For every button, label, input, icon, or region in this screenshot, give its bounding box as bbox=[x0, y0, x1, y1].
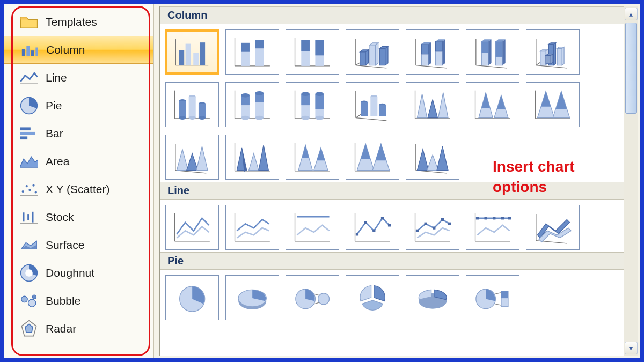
chart-thumb-3d-column[interactable] bbox=[526, 29, 580, 75]
sidebar-item-label: Surface bbox=[46, 239, 84, 252]
chart-thumb-stacked-cone[interactable] bbox=[466, 82, 519, 127]
svg-rect-34 bbox=[193, 53, 199, 65]
sidebar-item-stock[interactable]: Stock bbox=[4, 203, 153, 231]
svg-point-62 bbox=[179, 116, 186, 120]
svg-rect-86 bbox=[315, 94, 324, 109]
chart-thumb-line[interactable] bbox=[165, 205, 219, 250]
svg-rect-95 bbox=[370, 97, 377, 117]
chart-thumb-clustered-column[interactable] bbox=[165, 29, 219, 75]
vertical-scrollbar[interactable]: ▴ ▾ bbox=[624, 6, 638, 356]
chart-thumb-clustered-cylinder[interactable] bbox=[165, 82, 219, 127]
scatter-chart-icon bbox=[20, 182, 38, 197]
svg-line-49 bbox=[356, 65, 386, 68]
svg-rect-0 bbox=[22, 49, 25, 56]
chart-thumb-3d-pyramid[interactable] bbox=[406, 135, 459, 180]
chart-thumb-100-stacked-line[interactable] bbox=[286, 205, 339, 250]
sidebar-item-area[interactable]: Area bbox=[4, 147, 153, 175]
svg-rect-169 bbox=[501, 217, 504, 219]
sidebar-item-templates[interactable]: Templates bbox=[4, 8, 153, 36]
sidebar-item-surface[interactable]: Surface bbox=[4, 231, 153, 259]
sidebar-item-label: X Y (Scatter) bbox=[46, 183, 109, 196]
bar-chart-icon bbox=[20, 126, 38, 141]
svg-rect-161 bbox=[433, 227, 435, 230]
svg-marker-141 bbox=[427, 155, 438, 171]
chart-thumb-100-stacked-cylinder[interactable] bbox=[286, 82, 339, 127]
chart-thumb-3d-100-stacked-column[interactable] bbox=[466, 29, 519, 75]
svg-rect-45 bbox=[301, 40, 310, 51]
bubble-chart-icon bbox=[20, 293, 38, 308]
sidebar-item-pie[interactable]: Pie bbox=[4, 92, 153, 120]
svg-point-25 bbox=[21, 297, 27, 302]
svg-rect-64 bbox=[188, 97, 195, 118]
svg-rect-170 bbox=[508, 217, 511, 219]
chart-thumb-100-stacked-pyramid[interactable] bbox=[346, 135, 399, 180]
svg-line-178 bbox=[314, 294, 319, 295]
sidebar-item-line[interactable]: Line bbox=[4, 64, 153, 92]
sidebar-item-label: Radar bbox=[46, 322, 76, 335]
svg-marker-114 bbox=[555, 91, 567, 109]
chart-thumb-100-stacked-cone[interactable] bbox=[526, 82, 580, 127]
sidebar-item-label: Bubble bbox=[46, 294, 80, 307]
svg-rect-1 bbox=[26, 46, 30, 56]
svg-point-87 bbox=[315, 92, 324, 96]
svg-rect-2 bbox=[31, 50, 34, 56]
svg-marker-129 bbox=[302, 145, 309, 158]
svg-marker-106 bbox=[481, 93, 490, 108]
chart-thumb-exploded-3d-pie[interactable] bbox=[406, 275, 459, 320]
chart-thumb-stacked-pyramid[interactable] bbox=[286, 135, 339, 180]
svg-line-139 bbox=[416, 171, 447, 173]
chart-thumb-stacked-line-markers[interactable] bbox=[406, 205, 459, 250]
chart-thumb-stacked-cylinder[interactable] bbox=[225, 82, 279, 127]
sidebar-item-label: Area bbox=[46, 155, 69, 168]
chart-thumb-pie[interactable] bbox=[165, 275, 219, 320]
svg-rect-75 bbox=[255, 102, 264, 118]
chart-thumb-100-stacked-column[interactable] bbox=[286, 29, 339, 75]
chart-thumb-3d-stacked-column[interactable] bbox=[406, 29, 459, 75]
chart-gallery-pane: Column bbox=[159, 6, 638, 356]
sidebar-item-radar[interactable]: Radar bbox=[4, 315, 153, 343]
chart-thumb-bar-of-pie[interactable] bbox=[466, 275, 519, 320]
sidebar-item-bubble[interactable]: Bubble bbox=[4, 287, 153, 315]
sidebar-item-doughnut[interactable]: Doughnut bbox=[4, 259, 153, 287]
svg-point-24 bbox=[25, 269, 33, 277]
svg-rect-3 bbox=[35, 48, 38, 56]
chart-thumb-pie-of-pie[interactable] bbox=[286, 275, 339, 320]
sidebar-item-label: Bar bbox=[46, 127, 63, 140]
chart-thumb-line-markers[interactable] bbox=[346, 205, 399, 250]
scroll-thumb[interactable] bbox=[625, 23, 637, 114]
sidebar-item-column[interactable]: Column bbox=[4, 36, 153, 64]
svg-marker-140 bbox=[417, 150, 428, 171]
svg-rect-32 bbox=[179, 50, 185, 65]
svg-rect-155 bbox=[381, 217, 384, 219]
svg-point-16 bbox=[32, 184, 34, 187]
chart-thumb-stacked-line[interactable] bbox=[225, 205, 279, 250]
svg-point-77 bbox=[255, 91, 264, 95]
svg-marker-124 bbox=[248, 153, 258, 170]
svg-marker-108 bbox=[497, 95, 506, 109]
annotation-text: Insert chartoptions bbox=[493, 157, 575, 197]
chart-thumb-clustered-pyramid[interactable] bbox=[225, 135, 279, 180]
chart-thumb-3d-clustered-column[interactable] bbox=[346, 29, 399, 75]
chart-thumb-exploded-pie[interactable] bbox=[346, 275, 399, 320]
scroll-down-button[interactable]: ▾ bbox=[625, 342, 638, 354]
sidebar-item-scatter[interactable]: X Y (Scatter) bbox=[4, 175, 153, 203]
svg-point-13 bbox=[22, 190, 24, 193]
chart-thumb-3d-cone[interactable] bbox=[165, 135, 219, 180]
svg-rect-159 bbox=[416, 230, 419, 232]
chart-thumb-3d-pie[interactable] bbox=[225, 275, 279, 320]
line-thumbs-row bbox=[160, 200, 638, 252]
chart-thumb-100-stacked-line-markers[interactable] bbox=[466, 205, 519, 250]
sidebar-item-label: Doughnut bbox=[46, 267, 94, 279]
svg-rect-166 bbox=[476, 217, 479, 219]
svg-rect-167 bbox=[484, 217, 487, 219]
chart-thumb-clustered-cone[interactable] bbox=[406, 82, 459, 127]
scroll-up-button[interactable]: ▴ bbox=[625, 8, 638, 20]
chart-thumb-3d-line[interactable] bbox=[526, 205, 580, 250]
chart-thumb-stacked-column[interactable] bbox=[225, 29, 279, 75]
sidebar-item-label: Pie bbox=[46, 99, 62, 112]
svg-point-27 bbox=[32, 295, 36, 299]
sidebar-item-label: Column bbox=[46, 43, 85, 56]
sidebar-item-bar[interactable]: Bar bbox=[4, 120, 153, 147]
svg-rect-9 bbox=[20, 137, 27, 140]
chart-thumb-3d-cylinder[interactable] bbox=[346, 82, 399, 127]
